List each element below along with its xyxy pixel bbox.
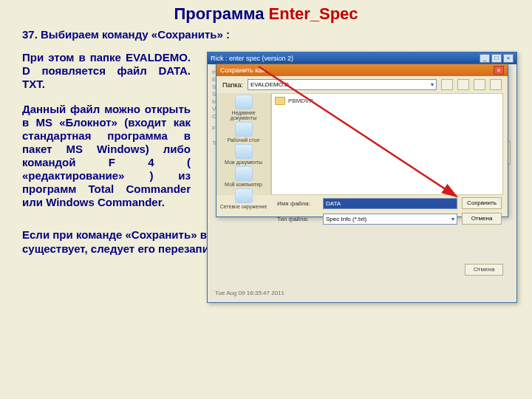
- computer-icon: [235, 166, 253, 181]
- parent-titlebar: Rick : enter spec (version 2) _ □ ×: [208, 52, 516, 64]
- view-menu-icon[interactable]: [490, 79, 502, 90]
- description-para-1: При этом в папке EVALDEMO. D появляется …: [22, 51, 191, 91]
- close-button[interactable]: ×: [503, 54, 514, 63]
- file-list-area[interactable]: PBMDVP: [271, 93, 503, 195]
- filetype-combo[interactable]: Spec Info (*.txt) ▾: [323, 214, 457, 225]
- page-title: Программа Enter_Spec: [0, 0, 532, 24]
- network-icon: [235, 188, 253, 203]
- place-label: Сетевое окружение: [220, 204, 267, 209]
- minimize-button[interactable]: _: [480, 54, 490, 63]
- chevron-down-icon: ▾: [431, 80, 434, 89]
- filename-label: Имя файла:: [277, 200, 318, 207]
- up-icon[interactable]: [457, 79, 469, 90]
- step-subtitle: 37. Выбираем команду «Сохранить» :: [0, 24, 532, 45]
- filetype-value: Spec Info (*.txt): [326, 214, 366, 224]
- place-computer[interactable]: Мой компьютер: [219, 166, 269, 187]
- cancel-button[interactable]: Отмена: [462, 213, 502, 225]
- place-network[interactable]: Сетевое окружение: [219, 188, 269, 209]
- place-desktop[interactable]: Рабочий стол: [219, 122, 269, 143]
- documents-icon: [235, 144, 253, 159]
- parent-cancel-button[interactable]: Отмена: [465, 264, 503, 276]
- place-label: Недавние документы: [231, 110, 256, 120]
- title-prefix: Программа: [174, 4, 268, 23]
- chevron-down-icon: ▾: [451, 214, 454, 224]
- lookin-combo[interactable]: EVALDEMO.D ▾: [248, 79, 437, 90]
- description-column: При этом в папке EVALDEMO. D появляется …: [22, 47, 191, 221]
- recent-icon: [235, 95, 253, 109]
- place-label: Мои документы: [225, 160, 262, 165]
- list-item[interactable]: PBMDVP: [275, 97, 499, 105]
- save-as-dialog: Сохранить как × Папка: EVALDEMO.D ▾ Неда…: [216, 64, 508, 217]
- folder-icon: [275, 97, 285, 105]
- place-label: Мой компьютер: [225, 182, 262, 187]
- maximize-button[interactable]: □: [491, 54, 502, 63]
- parent-timestamp: Tue Aug 09 16:35:47 2011: [215, 290, 284, 296]
- new-folder-icon[interactable]: [474, 79, 485, 90]
- lookin-value: EVALDEMO.D: [250, 80, 289, 89]
- save-button[interactable]: Сохранить: [462, 197, 502, 209]
- place-recent[interactable]: Недавние документы: [219, 95, 269, 120]
- folder-name: PBMDVP: [288, 98, 313, 104]
- dialog-title-text: Сохранить как: [220, 66, 265, 74]
- desktop-icon: [235, 122, 253, 137]
- place-documents[interactable]: Мои документы: [219, 144, 269, 165]
- lookin-label: Папка:: [222, 81, 243, 89]
- parent-title-text: Rick : enter spec (version 2): [211, 55, 293, 62]
- dialog-close-button[interactable]: ×: [494, 66, 504, 75]
- description-para-2: Данный файл можно открыть в MS «Блокнот»…: [22, 103, 191, 209]
- title-highlight: Enter_Spec: [269, 4, 358, 23]
- dialog-titlebar: Сохранить как ×: [216, 64, 508, 76]
- filename-input[interactable]: DATA: [323, 198, 457, 209]
- filetype-label: Тип файла:: [277, 216, 318, 222]
- places-bar: Недавние документы Рабочий стол Мои доку…: [216, 93, 271, 195]
- back-icon[interactable]: [441, 79, 453, 90]
- place-label: Рабочий стол: [228, 137, 260, 143]
